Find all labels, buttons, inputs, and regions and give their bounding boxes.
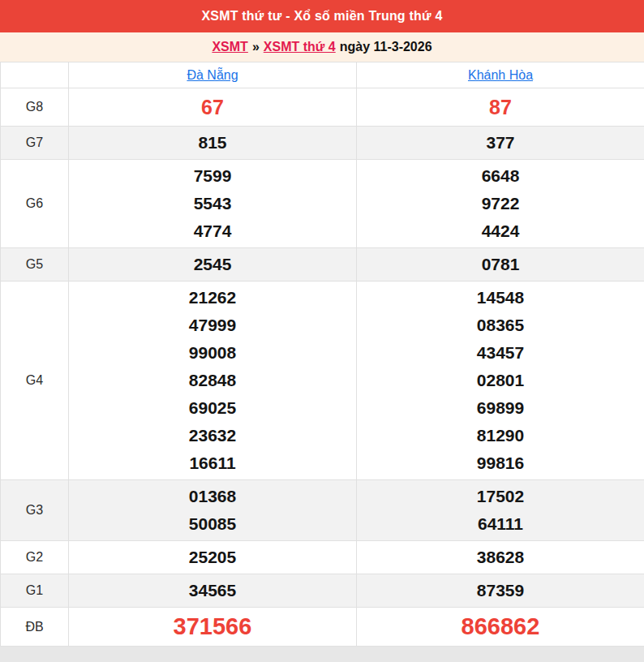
result-cell-g8-da-nang: 67 [69,88,357,127]
result-number: 25205 [69,544,356,571]
prize-label-g6: G6 [1,160,69,248]
prize-row-db: ĐB371566866862 [1,608,644,647]
result-number: 4774 [69,217,356,245]
prize-label-g5: G5 [1,248,69,282]
result-number: 87359 [357,577,644,604]
prize-row-g2: G22520538628 [1,541,644,574]
result-number: 371566 [69,610,356,643]
prize-row-g3: G301368500851750264111 [1,480,644,541]
result-number: 87 [357,91,644,123]
prize-row-g1: G13456587359 [1,574,644,608]
result-cell-db-da-nang: 371566 [69,608,357,647]
result-number: 21262 [69,284,356,312]
result-number: 5543 [69,190,356,217]
result-number: 0781 [357,251,644,278]
result-number: 2545 [69,251,356,278]
result-number: 50085 [69,510,356,538]
result-number: 64111 [357,510,644,538]
result-number: 16611 [69,449,356,477]
breadcrumb-separator: » [252,40,260,54]
result-cell-g4-khanh-hoa: 14548083654345702801698998129099816 [357,282,644,480]
title-bar: XSMT thứ tư - Xổ số miền Trung thứ 4 [0,0,644,32]
result-cell-g3-da-nang: 0136850085 [69,480,357,541]
result-number: 17502 [357,483,644,510]
result-cell-g4-da-nang: 21262479999900882848690252363216611 [69,282,357,480]
prize-label-g7: G7 [1,127,69,160]
breadcrumb-link-region[interactable]: XSMT [212,40,247,54]
prize-row-g4: G421262479999900882848690252363216611145… [1,282,644,480]
result-number: 866862 [357,610,644,643]
result-cell-g6-khanh-hoa: 664897224424 [357,160,644,248]
result-cell-g8-khanh-hoa: 87 [357,88,644,127]
result-number: 47999 [69,312,356,339]
prize-row-g5: G525450781 [1,248,644,282]
results-header-row: Đà Nẵng Khánh Hòa [1,62,644,88]
result-number: 08365 [357,312,644,339]
breadcrumb: XSMT » XSMT thứ 4 ngày 11-3-2026 [0,32,644,62]
result-cell-g3-khanh-hoa: 1750264111 [357,480,644,541]
result-cell-db-khanh-hoa: 866862 [357,608,644,647]
result-cell-g2-khanh-hoa: 38628 [357,541,644,574]
result-number: 02801 [357,367,644,394]
prize-label-g1: G1 [1,574,69,608]
prize-row-g7: G7815377 [1,127,644,160]
result-number: 01368 [69,483,356,510]
column-link-khanh-hoa[interactable]: Khánh Hòa [468,68,533,82]
result-number: 23632 [69,422,356,449]
result-number: 82848 [69,367,356,394]
prize-label-db: ĐB [1,608,69,647]
result-number: 6648 [357,162,644,190]
result-number: 69899 [357,394,644,422]
prize-row-g6: G6759955434774664897224424 [1,160,644,248]
prize-label-g4: G4 [1,282,69,480]
result-cell-g5-khanh-hoa: 0781 [357,248,644,282]
column-link-da-nang[interactable]: Đà Nẵng [187,68,238,82]
prize-label-g2: G2 [1,541,69,574]
column-header-khanh-hoa: Khánh Hòa [357,62,644,88]
result-number: 34565 [69,577,356,604]
result-number: 69025 [69,394,356,422]
result-cell-g7-da-nang: 815 [69,127,357,160]
result-cell-g7-khanh-hoa: 377 [357,127,644,160]
prize-label-g3: G3 [1,480,69,541]
column-header-da-nang: Đà Nẵng [69,62,357,88]
result-number: 67 [69,91,356,123]
result-number: 99816 [357,449,644,477]
prize-row-g8: G86787 [1,88,644,127]
result-number: 9722 [357,190,644,217]
breadcrumb-date: ngày 11-3-2026 [340,40,432,54]
result-number: 43457 [357,339,644,367]
result-number: 815 [69,129,356,157]
result-cell-g1-khanh-hoa: 87359 [357,574,644,608]
page-title: XSMT thứ tư - Xổ số miền Trung thứ 4 [201,9,442,24]
result-cell-g5-da-nang: 2545 [69,248,357,282]
prize-label-g8: G8 [1,88,69,127]
result-cell-g1-da-nang: 34565 [69,574,357,608]
result-number: 377 [357,129,644,157]
result-number: 7599 [69,162,356,190]
result-cell-g2-da-nang: 25205 [69,541,357,574]
result-number: 4424 [357,217,644,245]
result-number: 99008 [69,339,356,367]
result-number: 38628 [357,544,644,571]
breadcrumb-link-day[interactable]: XSMT thứ 4 [264,40,336,54]
result-number: 81290 [357,422,644,449]
corner-cell [1,62,69,88]
result-cell-g6-da-nang: 759955434774 [69,160,357,248]
result-number: 14548 [357,284,644,312]
results-table: Đà Nẵng Khánh Hòa G86787G7815377G6759955… [0,62,644,647]
